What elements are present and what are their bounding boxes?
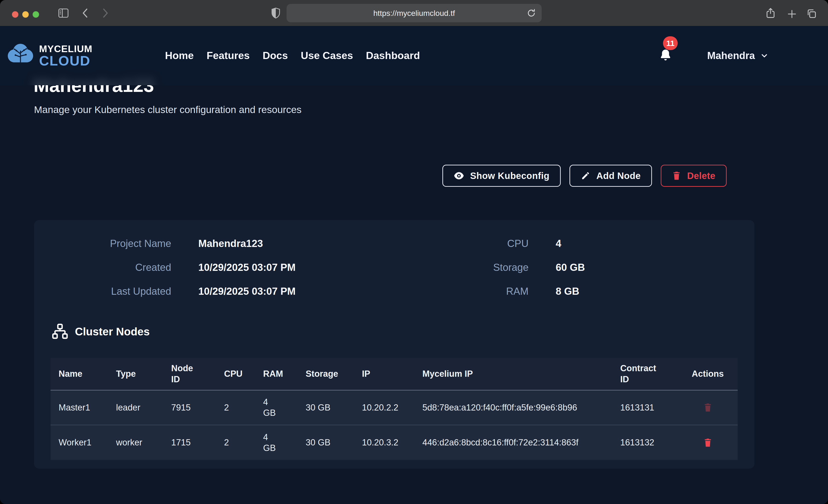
cpu-value: 4 — [556, 238, 561, 249]
cell-ram: 4 GB — [263, 390, 306, 425]
cluster-nodes-heading: Cluster Nodes — [51, 323, 150, 340]
cell-actions — [692, 390, 738, 425]
nav-right: 11 Mahendra — [658, 48, 769, 63]
cell-storage: 30 GB — [306, 390, 362, 425]
pencil-icon — [581, 171, 590, 180]
nav-links: Home Features Docs Use Cases Dashboard — [165, 50, 420, 61]
table-row-worker1: Worker1 worker 1715 2 4 GB 30 GB 10.20.3… — [50, 425, 738, 460]
cell-ip: 10.20.3.2 — [362, 425, 422, 460]
reload-icon[interactable] — [527, 8, 536, 18]
cluster-nodes-table: Name Type Node ID CPU RAM Storage IP Myc… — [50, 358, 738, 460]
storage-value: 60 GB — [556, 262, 585, 273]
minimize-window-button[interactable] — [22, 11, 29, 18]
nav-link-dashboard[interactable]: Dashboard — [366, 50, 420, 61]
cell-contract-id: 1613132 — [620, 425, 692, 460]
col-cpu: CPU — [224, 358, 263, 390]
cell-mycelium-ip: 5d8:78ea:a120:f40c:ff0f:a5fe:99e6:8b96 — [422, 390, 620, 425]
cell-cpu: 2 — [224, 390, 263, 425]
nav-link-docs[interactable]: Docs — [263, 50, 288, 61]
zoom-window-button[interactable] — [33, 11, 39, 18]
nav-link-use-cases[interactable]: Use Cases — [301, 50, 353, 61]
cluster-nodes-title: Cluster Nodes — [75, 325, 150, 338]
delete-node-icon[interactable] — [703, 402, 712, 413]
delete-cluster-button[interactable]: Delete — [661, 165, 727, 187]
user-name: Mahendra — [707, 50, 755, 61]
cell-type: worker — [116, 425, 171, 460]
shield-icon[interactable] — [271, 7, 281, 19]
new-tab-icon[interactable] — [787, 9, 797, 19]
col-ram: RAM — [263, 358, 306, 390]
created-value: 10/29/2025 03:07 PM — [198, 262, 295, 273]
nav-link-home[interactable]: Home — [165, 50, 194, 61]
cloud-logo-icon — [6, 42, 35, 69]
chevron-down-icon — [760, 51, 769, 60]
add-node-button[interactable]: Add Node — [570, 165, 652, 187]
bell-icon — [658, 48, 673, 63]
cell-name: Master1 — [50, 390, 116, 425]
cell-ip: 10.20.2.2 — [362, 390, 422, 425]
cell-contract-id: 1613131 — [620, 390, 692, 425]
col-contract-id: Contract ID — [620, 358, 692, 390]
cell-mycelium-ip: 446:d2a6:8bcd:8c16:ff0f:72e2:3114:863f — [422, 425, 620, 460]
user-menu[interactable]: Mahendra — [707, 50, 769, 61]
col-type: Type — [116, 358, 171, 390]
delete-label: Delete — [687, 171, 715, 181]
storage-label: Storage — [390, 262, 529, 273]
nav-link-features[interactable]: Features — [207, 50, 250, 61]
notification-badge: 11 — [663, 36, 678, 50]
cluster-actions: Show Kubeconfig Add Node Delete — [442, 165, 727, 187]
cell-ram: 4 GB — [263, 425, 306, 460]
project-info-left: Project Name Mahendra123 Created 10/29/2… — [34, 232, 295, 303]
created-label: Created — [34, 262, 171, 273]
col-ip: IP — [362, 358, 422, 390]
url-text: https://myceliumcloud.tf — [373, 9, 455, 18]
forward-icon[interactable] — [100, 8, 110, 18]
share-icon[interactable] — [765, 7, 776, 19]
site-navbar: MYCELIUM CLOUD Home Features Docs Use Ca… — [0, 26, 828, 85]
brand-logo[interactable]: MYCELIUM CLOUD — [6, 42, 92, 69]
cell-name: Worker1 — [50, 425, 116, 460]
back-icon[interactable] — [81, 8, 90, 18]
delete-node-icon[interactable] — [703, 437, 712, 448]
cell-actions — [692, 425, 738, 460]
browser-chrome: https://myceliumcloud.tf — [0, 0, 828, 26]
address-bar[interactable]: https://myceliumcloud.tf — [287, 4, 542, 22]
col-actions: Actions — [692, 358, 738, 390]
show-kubeconfig-button[interactable]: Show Kubeconfig — [442, 165, 561, 187]
last-updated-label: Last Updated — [34, 286, 171, 297]
sidebar-icon[interactable] — [58, 8, 69, 18]
cell-type: leader — [116, 390, 171, 425]
info-row-created: Created 10/29/2025 03:07 PM — [34, 255, 295, 279]
project-info-right: CPU 4 Storage 60 GB RAM 8 GB — [390, 232, 585, 303]
table-header-row: Name Type Node ID CPU RAM Storage IP Myc… — [50, 358, 738, 390]
page-content: Mahendra123 Manage your Kubernetes clust… — [0, 26, 828, 504]
add-node-label: Add Node — [596, 171, 641, 181]
notifications-button[interactable]: 11 — [658, 48, 673, 63]
info-row-cpu: CPU 4 — [390, 232, 585, 255]
table-row-master1: Master1 leader 7915 2 4 GB 30 GB 10.20.2… — [50, 390, 738, 425]
network-icon — [51, 323, 69, 340]
cpu-label: CPU — [390, 238, 529, 249]
ram-value: 8 GB — [556, 286, 579, 297]
project-name-label: Project Name — [34, 238, 171, 249]
cell-node-id: 1715 — [171, 425, 224, 460]
cell-node-id: 7915 — [171, 390, 224, 425]
brand-line2: CLOUD — [39, 54, 92, 68]
close-window-button[interactable] — [12, 11, 18, 18]
browser-window: https://myceliumcloud.tf — [0, 0, 828, 504]
tab-overview-icon[interactable] — [806, 8, 817, 19]
eye-icon — [454, 171, 464, 180]
col-storage: Storage — [306, 358, 362, 390]
brand-text: MYCELIUM CLOUD — [39, 44, 92, 68]
ram-label: RAM — [390, 286, 529, 297]
project-card: Project Name Mahendra123 Created 10/29/2… — [34, 220, 754, 469]
cell-storage: 30 GB — [306, 425, 362, 460]
col-mycelium-ip: Mycelium IP — [422, 358, 620, 390]
info-row-storage: Storage 60 GB — [390, 255, 585, 279]
show-kubeconfig-label: Show Kubeconfig — [470, 171, 549, 181]
project-name-value: Mahendra123 — [198, 238, 263, 249]
trash-icon — [672, 171, 681, 181]
cell-cpu: 2 — [224, 425, 263, 460]
traffic-lights — [12, 11, 39, 18]
page-subtitle: Manage your Kubernetes cluster configura… — [34, 104, 301, 115]
